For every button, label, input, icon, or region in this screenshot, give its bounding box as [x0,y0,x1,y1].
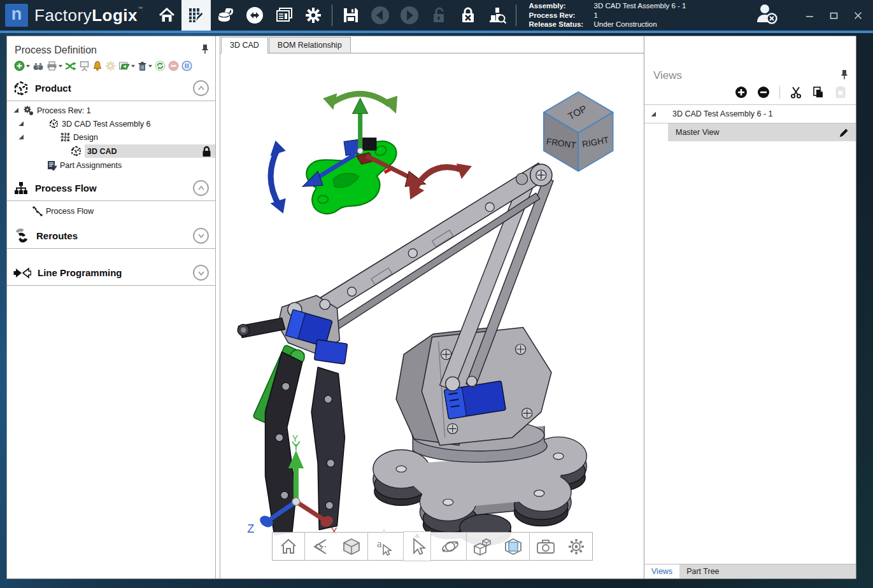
add-view-icon [735,86,748,99]
close-icon [854,11,862,20]
user-signout-button[interactable] [755,3,780,27]
collapse-up-button[interactable] [193,180,209,196]
tab-bom-relationship[interactable]: BOM Relationship [269,37,351,53]
print-icon [46,60,57,71]
section-product[interactable]: Product [7,76,215,101]
audit-search-button[interactable] [483,0,512,31]
pin-button[interactable] [201,44,209,57]
stop-button[interactable] [167,60,180,72]
shuffle-button[interactable] [64,60,77,72]
tree-item-design[interactable]: Design [7,130,215,144]
back-button[interactable] [366,0,395,31]
copy-view-button[interactable] [812,86,825,99]
snapshot-button[interactable] [534,534,557,559]
minimize-button[interactable] [804,10,814,20]
panel-title: Process Definition [15,45,201,56]
section-line-programming[interactable]: Line Programming [7,260,215,285]
deploy-button[interactable] [118,60,136,72]
viewport-settings-button[interactable] [565,534,588,559]
pin-button[interactable] [841,69,848,82]
remove-view-button[interactable] [757,86,770,99]
bell-button[interactable] [92,60,103,72]
print-button[interactable] [46,60,63,72]
pin-icon [201,44,209,54]
gizmo-plane-yz[interactable] [363,138,376,150]
views-tree-root[interactable]: 3D CAD Test Assembly 6 - 1 [644,105,856,123]
maximize-button[interactable] [828,10,839,20]
expander-icon[interactable] [18,121,24,127]
collapse-down-button[interactable] [193,265,209,281]
pause-button[interactable] [181,60,193,72]
look-at-button[interactable] [309,534,332,559]
release-status-label: Release Status: [529,20,592,29]
panel-splitter[interactable] [215,36,220,578]
tree-item-3d-cad[interactable]: 3D CAD [7,144,215,158]
gizmo-rotate-x[interactable] [414,167,465,191]
assembly-info: Assembly:3D CAD Test Assembly 6 - 1 Proc… [529,1,686,29]
expander-icon[interactable] [651,111,657,117]
edit-view-button[interactable] [839,127,849,138]
add-view-button[interactable] [735,86,748,99]
expander-icon[interactable] [13,108,19,113]
design-icon [60,132,70,142]
home-button[interactable] [152,0,181,31]
expander-icon[interactable] [18,134,24,140]
home-view-button[interactable] [277,534,300,559]
cad-viewport[interactable]: TOP FRONT RIGHT Y [220,53,644,578]
tree-item-assembly[interactable]: 3D CAD Test Assembly 6 [7,117,215,130]
paste-view-button[interactable] [834,86,847,99]
save-icon [342,6,360,24]
transform-gizmo[interactable] [271,93,472,214]
exchange-button[interactable] [240,0,269,31]
deploy-icon [118,61,130,71]
find-button[interactable] [32,60,45,72]
save-button[interactable] [336,0,366,31]
gizmo-rotate-z[interactable] [271,148,280,206]
section-button[interactable] [502,534,525,559]
lock-icon [202,146,211,157]
cad-model-robot-arm[interactable] [238,163,586,545]
selected-item[interactable]: 3D CAD [85,144,215,158]
gear-button[interactable] [104,60,117,72]
product-cube-icon [13,81,29,96]
refresh-button[interactable] [154,60,166,72]
lock-close-button[interactable] [453,0,483,31]
label-select-button[interactable]: a [373,534,395,559]
pointer-select-button[interactable] [403,531,431,561]
tree-item-part-assignments[interactable]: Part Assignments [7,158,215,172]
orbit-button[interactable] [439,534,462,559]
maximize-icon [830,11,838,20]
tab-views[interactable]: Views [644,564,679,578]
forward-button[interactable] [395,0,424,31]
dropdown-caret-icon[interactable] [414,533,420,538]
explode-button[interactable] [471,534,494,559]
delete-button[interactable] [137,60,153,72]
tree-item-process-flow[interactable]: Process Flow [7,204,215,218]
presentation-button[interactable] [78,60,90,72]
materials-button[interactable] [211,0,240,31]
process-definition-button[interactable] [181,0,211,31]
shaded-view-button[interactable] [340,534,363,559]
dropdown-caret-icon[interactable] [381,529,387,533]
cad-viewport-scene[interactable]: TOP FRONT RIGHT Y [220,53,644,578]
cut-view-button[interactable] [790,86,802,99]
app-logo: n [5,4,28,27]
reports-button[interactable] [269,0,299,31]
collapse-down-button[interactable] [193,228,209,244]
tab-3d-cad[interactable]: 3D CAD [221,37,268,53]
add-button[interactable] [13,60,31,72]
label-select-icon: a [374,537,394,556]
viewport-toolbar: a [272,532,593,561]
settings-button[interactable] [299,0,328,31]
tab-part-tree[interactable]: Part Tree [679,564,726,578]
tree-item-process-rev[interactable]: Process Rev: 1 [7,104,215,117]
collapse-up-button[interactable] [193,80,209,96]
views-tree-master-view[interactable]: Master View [668,123,856,141]
close-button[interactable] [853,10,863,20]
navigation-cube[interactable]: TOP FRONT RIGHT [544,92,613,171]
unlock-button[interactable] [424,0,453,31]
views-panel-tabs: Views Part Tree [644,564,856,578]
section-process-flow[interactable]: Process Flow [7,176,215,200]
section-reroutes[interactable]: Reroutes [7,223,215,248]
gizmo-plane-xy[interactable] [344,139,360,155]
